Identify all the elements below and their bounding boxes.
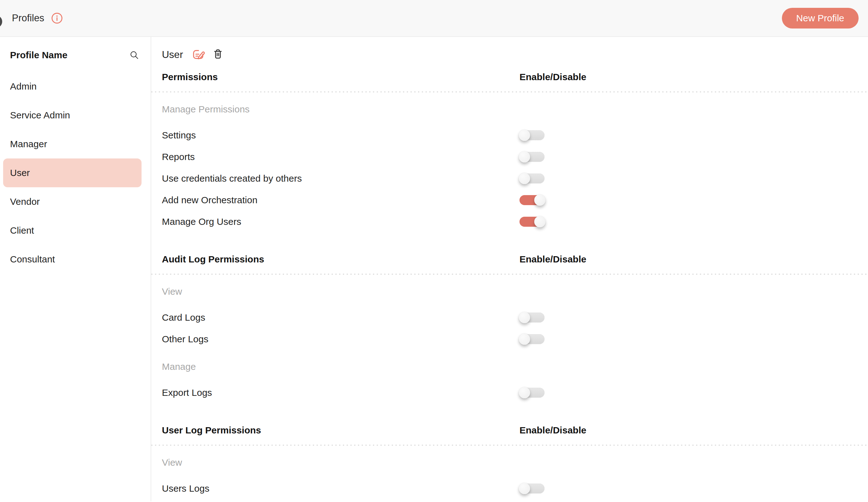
edit-note-icon: [192, 48, 205, 61]
permission-row: Export Logs: [162, 382, 859, 403]
toggle-reports[interactable]: [519, 152, 545, 162]
section-title: User Log Permissions: [162, 425, 519, 436]
permission-label: Reports: [162, 152, 519, 162]
permission-group-label: View: [162, 286, 859, 297]
permission-row: Add new Orchestration: [162, 189, 859, 211]
permission-rows: Users Logs: [162, 478, 859, 499]
permission-row: Use credentials created by others: [162, 167, 859, 189]
profile-search-button[interactable]: [129, 50, 140, 60]
permission-row: Other Logs: [162, 328, 859, 350]
toggle-knob: [519, 173, 530, 184]
permission-group-label: View: [162, 457, 859, 468]
section-divider: [151, 91, 868, 92]
section-header-row: User Log PermissionsEnable/Disable: [162, 423, 859, 437]
toggle-knob: [519, 312, 530, 323]
enable-disable-header: Enable/Disable: [519, 72, 586, 82]
permission-label: Other Logs: [162, 334, 519, 345]
section-divider: [151, 274, 868, 275]
toggle-card-logs[interactable]: [519, 313, 545, 322]
enable-disable-header: Enable/Disable: [519, 425, 586, 436]
toggle-knob: [519, 151, 530, 163]
permission-group-label: Manage: [162, 361, 859, 372]
new-profile-button[interactable]: New Profile: [782, 8, 859, 29]
section-title: Audit Log Permissions: [162, 254, 519, 265]
edge-notch: [0, 16, 2, 28]
info-icon: [51, 12, 63, 24]
trash-icon: [212, 49, 224, 60]
delete-profile-button[interactable]: [212, 49, 224, 60]
profiles-info-button[interactable]: [51, 12, 63, 24]
sidebar-title: Profile Name: [10, 50, 67, 60]
toggle-knob: [534, 216, 546, 227]
toggle-knob: [519, 130, 530, 141]
permission-row: Reports: [162, 146, 859, 167]
permission-row: Users Logs: [162, 478, 859, 499]
section-header-row: PermissionsEnable/Disable: [162, 70, 859, 84]
section-divider: [151, 445, 868, 445]
section-permissions: PermissionsEnable/DisableManage Permissi…: [162, 70, 859, 232]
permission-label: Add new Orchestration: [162, 195, 519, 205]
sidebar-item-service-admin[interactable]: Service Admin: [3, 101, 142, 130]
profile-detail-panel: User: [151, 37, 868, 501]
section-header-row: Audit Log PermissionsEnable/Disable: [162, 253, 859, 266]
enable-disable-header: Enable/Disable: [519, 254, 586, 265]
toggle-knob: [519, 334, 530, 345]
permission-label: Settings: [162, 130, 519, 141]
permission-rows: SettingsReportsUse credentials created b…: [162, 124, 859, 232]
permission-sections: PermissionsEnable/DisableManage Permissi…: [162, 70, 859, 499]
permission-label: Manage Org Users: [162, 216, 519, 227]
content-area: Profile Name Admin Service Admin Manager…: [0, 37, 868, 501]
edit-profile-button[interactable]: [192, 48, 205, 61]
permission-label: Use credentials created by others: [162, 173, 519, 184]
permission-label: Users Logs: [162, 483, 519, 494]
sidebar-item-manager[interactable]: Manager: [3, 130, 142, 158]
permission-row: Card Logs: [162, 307, 859, 328]
sidebar-item-client[interactable]: Client: [3, 216, 142, 245]
toggle-knob: [519, 483, 530, 494]
sidebar-item-consultant[interactable]: Consultant: [3, 245, 142, 274]
top-bar: Profiles New Profile: [0, 0, 868, 37]
selected-profile-title: User: [162, 49, 183, 60]
profile-title-row: User: [162, 48, 859, 61]
permission-group-label: Manage Permissions: [162, 104, 859, 115]
toggle-add-new-orchestration[interactable]: [519, 195, 545, 205]
permission-row: Manage Org Users: [162, 211, 859, 232]
permission-label: Export Logs: [162, 387, 519, 398]
sidebar-item-admin[interactable]: Admin: [3, 72, 142, 101]
toggle-export-logs[interactable]: [519, 388, 545, 398]
permission-rows: Export Logs: [162, 382, 859, 403]
toggle-users-logs[interactable]: [519, 483, 545, 493]
search-icon: [129, 50, 140, 60]
permission-rows: Card LogsOther Logs: [162, 307, 859, 350]
toggle-other-logs[interactable]: [519, 334, 545, 344]
toggle-knob: [534, 194, 546, 206]
permission-label: Card Logs: [162, 312, 519, 323]
profiles-sidebar: Profile Name Admin Service Admin Manager…: [0, 37, 151, 501]
section-audit-log-permissions: Audit Log PermissionsEnable/DisableViewC…: [162, 253, 859, 403]
toggle-manage-org-users[interactable]: [519, 217, 545, 227]
toggle-use-credentials-created-by-others[interactable]: [519, 174, 545, 184]
profile-list: Admin Service Admin Manager User Vendor …: [0, 72, 151, 274]
toggle-settings[interactable]: [519, 130, 545, 140]
section-title: Permissions: [162, 72, 519, 82]
toggle-knob: [519, 387, 530, 398]
page-title: Profiles: [12, 12, 44, 24]
permission-row: Settings: [162, 124, 859, 146]
sidebar-item-user[interactable]: User: [3, 158, 142, 187]
sidebar-header: Profile Name: [10, 50, 140, 61]
section-user-log-permissions: User Log PermissionsEnable/DisableViewUs…: [162, 423, 859, 499]
sidebar-item-vendor[interactable]: Vendor: [3, 187, 142, 216]
